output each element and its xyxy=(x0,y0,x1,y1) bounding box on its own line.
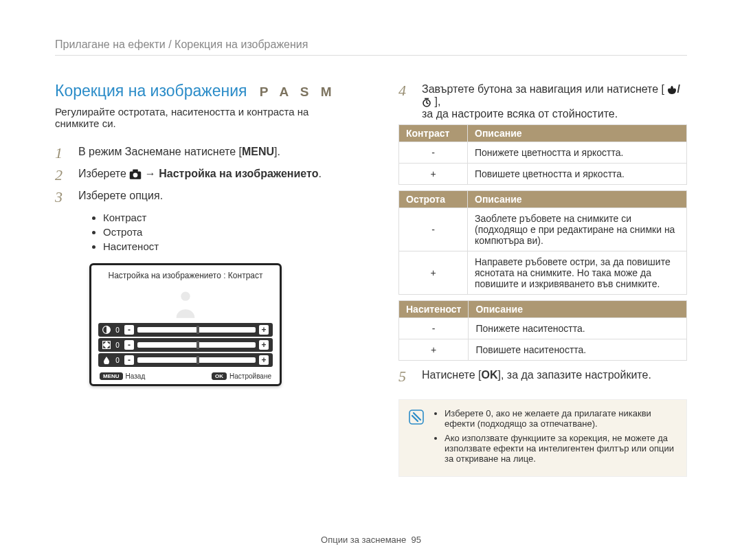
plus-button: + xyxy=(259,325,269,335)
step-text: В режим Заснемане натиснете [ xyxy=(78,146,242,157)
table-row: -Понижете наситеността. xyxy=(399,318,687,339)
step-5: 5 Натиснете [OK], за да запазите настрой… xyxy=(398,368,687,385)
step-text: Завъртете бутона за навигация или натисн… xyxy=(422,83,664,95)
lcd-image-placeholder xyxy=(98,284,273,323)
slider-track xyxy=(137,342,256,348)
page-footer: Опции за заснемане 95 xyxy=(0,535,742,545)
table-cell: - xyxy=(399,318,469,339)
list-item: Острота xyxy=(103,226,350,238)
step-text-bold: Настройка на изображението xyxy=(159,168,318,179)
breadcrumb: Прилагане на ефекти / Корекция на изобра… xyxy=(55,38,687,56)
step-text: → xyxy=(142,168,159,179)
page: Прилагане на ефекти / Корекция на изобра… xyxy=(0,0,742,560)
table-cell: Повишете наситеността. xyxy=(469,339,687,361)
saturation-icon xyxy=(102,356,111,364)
step-text: за да настроите всяка от стойностите. xyxy=(422,108,618,120)
table-cell: + xyxy=(399,339,469,361)
step-text: Натиснете [ xyxy=(422,369,482,381)
page-title: Корекция на изображения xyxy=(55,82,247,100)
table-cell: Понижете цветността и яркостта. xyxy=(468,142,687,164)
footer-label: Опции за заснемане xyxy=(321,535,406,545)
step-number: 1 xyxy=(55,144,69,162)
step-number: 5 xyxy=(398,368,412,385)
table-cell: + xyxy=(399,164,468,185)
table-row: +Повишете наситеността. xyxy=(399,339,687,361)
page-number: 95 xyxy=(411,535,420,545)
table-header: Острота xyxy=(399,191,468,208)
lcd-back: MENUНазад xyxy=(100,372,145,380)
lcd-set: OKНастройване xyxy=(212,372,271,380)
sharpness-icon xyxy=(102,341,111,349)
sharpness-table: ОстротаОписание -Заоблете ръбовете на сн… xyxy=(398,190,687,295)
saturation-table: НаситеностОписание -Понижете наситеностт… xyxy=(398,300,687,361)
table-header: Описание xyxy=(468,125,687,142)
note-item: Изберете 0, ако не желаете да прилагате … xyxy=(445,408,677,429)
sharpness-slider: 0 - + xyxy=(98,338,273,352)
step-number: 4 xyxy=(398,82,412,100)
note-item: Ако използвате функциите за корекция, не… xyxy=(445,433,677,464)
table-row: -Заоблете ръбовете на снимките си (подхо… xyxy=(399,208,687,251)
svg-rect-10 xyxy=(409,410,423,424)
menu-key: MENU xyxy=(100,372,123,380)
table-header: Описание xyxy=(468,191,687,208)
table-cell: Повишете цветността и яркостта. xyxy=(468,164,687,185)
svg-line-8 xyxy=(427,103,429,104)
ok-key: OK xyxy=(212,372,227,380)
svg-point-2 xyxy=(133,172,138,177)
minus-button: - xyxy=(124,325,134,335)
table-cell: - xyxy=(399,142,468,164)
step-4: 4 Завъртете бутона за навигация или нати… xyxy=(398,82,687,120)
list-item: Контраст xyxy=(103,212,350,223)
table-header: Наситеност xyxy=(399,301,469,318)
lcd-back-label: Назад xyxy=(126,372,146,380)
table-cell: - xyxy=(399,208,468,251)
svg-rect-1 xyxy=(133,169,139,172)
step-text: ], за да запазите настройките. xyxy=(498,369,651,381)
table-row: +Повишете цветността и яркостта. xyxy=(399,164,687,185)
saturation-slider: 0 - + xyxy=(98,353,273,367)
note-box: Изберете 0, ако не желаете да прилагате … xyxy=(398,399,687,477)
camera-lcd-preview: Настройка на изображението : Контраст 0 … xyxy=(89,263,282,386)
list-item: Наситеност xyxy=(103,240,350,252)
step-text: Изберете опция. xyxy=(78,188,163,202)
minus-button: - xyxy=(124,355,134,365)
table-cell: Понижете наситеността. xyxy=(469,318,687,339)
table-cell: + xyxy=(399,251,468,295)
contrast-icon xyxy=(102,326,111,334)
step-text: ]. xyxy=(274,146,280,157)
intro-text: Регулирайте остротата, наситеността и ко… xyxy=(55,106,350,129)
right-column: 4 Завъртете бутона за навигация или нати… xyxy=(398,82,687,477)
slider-track xyxy=(137,357,256,363)
plus-button: + xyxy=(259,340,269,350)
contrast-slider: 0 - + xyxy=(98,323,273,337)
step-2: 2 Изберете → Настройка на изображението. xyxy=(55,166,350,184)
slider-track xyxy=(137,327,256,333)
ok-key: OK xyxy=(482,369,498,381)
step-text: Изберете xyxy=(78,168,129,179)
table-row: +Направете ръбовете остри, за да повишит… xyxy=(399,251,687,295)
option-list: Контраст Острота Наситеност xyxy=(103,212,350,252)
lcd-set-label: Настройване xyxy=(229,372,271,380)
mode-indicator: P A S M xyxy=(260,85,336,99)
table-header: Описание xyxy=(469,301,687,318)
table-cell: Заоблете ръбовете на снимките си (подход… xyxy=(468,208,687,251)
table-cell: Направете ръбовете остри, за да повишите… xyxy=(468,251,687,295)
svg-point-3 xyxy=(181,292,190,301)
plus-button: + xyxy=(259,355,269,365)
note-icon xyxy=(409,410,424,425)
contrast-table: КонтрастОписание -Понижете цветността и … xyxy=(398,124,687,185)
step-text: . xyxy=(318,168,321,179)
step-number: 2 xyxy=(55,166,69,184)
table-header: Контраст xyxy=(399,125,468,142)
left-column: Корекция на изображения P A S M Регулира… xyxy=(55,82,350,477)
slider-value: 0 xyxy=(114,341,121,349)
minus-button: - xyxy=(124,340,134,350)
camera-icon xyxy=(129,169,142,180)
step-3: 3 Изберете опция. xyxy=(55,188,350,206)
lcd-title: Настройка на изображението : Контраст xyxy=(98,271,273,280)
step-number: 3 xyxy=(55,188,69,206)
slider-value: 0 xyxy=(114,357,121,364)
menu-key: MENU xyxy=(242,146,274,157)
step-1: 1 В режим Заснемане натиснете [MENU]. xyxy=(55,144,350,162)
step-text: ], xyxy=(434,96,440,107)
